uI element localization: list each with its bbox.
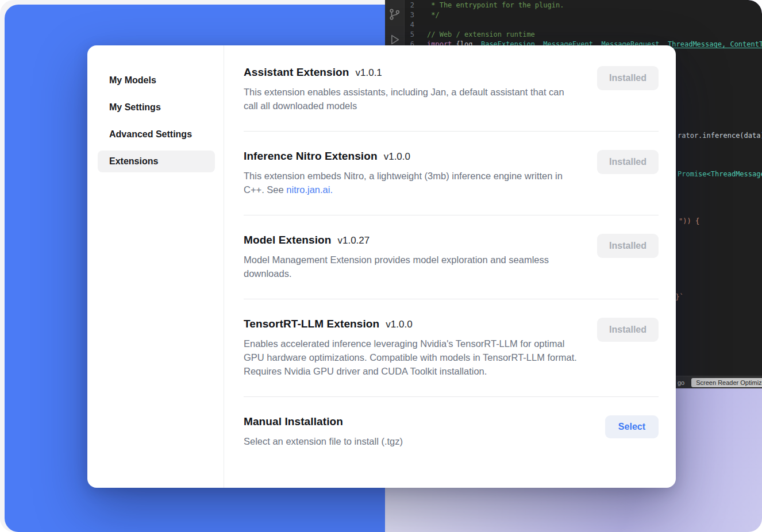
extension-info: Assistant Extension v1.0.1 This extensio… [244,66,580,113]
run-debug-icon[interactable] [388,33,401,46]
extension-description: Model Management Extension provides mode… [244,253,580,280]
extension-title: Assistant Extension [244,66,349,79]
extension-heading: Inference Nitro Extension v1.0.0 [244,150,580,163]
settings-modal: My Models My Settings Advanced Settings … [87,45,676,488]
installed-button: Installed [597,66,659,90]
manual-installation-title: Manual Installation [244,415,343,428]
line-number: 4 [405,20,427,30]
code-text: * The entrypoint for the plugin. [427,1,564,10]
extension-row-model: Model Extension v1.0.27 Model Management… [244,215,659,299]
extension-version: v1.0.0 [386,319,412,330]
code-fragment: Promise<ThreadMessage> [678,170,762,178]
extension-description: This extension embeds Nitro, a lightweig… [244,169,580,196]
source-control-icon[interactable] [388,8,401,21]
installed-button: Installed [597,234,659,258]
code-line: 5 // Web / extension runtime [405,30,762,40]
extensions-panel: Assistant Extension v1.0.1 This extensio… [224,45,676,488]
extension-version: v1.0.0 [384,151,410,163]
installed-button: Installed [597,318,659,342]
extension-info: TensortRT-LLM Extension v1.0.0 Enables a… [244,318,580,378]
extension-row-tensorrt: TensortRT-LLM Extension v1.0.0 Enables a… [244,299,659,396]
code-line: 3 */ [405,10,762,20]
code-line: 4 [405,20,762,30]
nitro-jan-ai-link[interactable]: nitro.jan.ai. [286,184,333,195]
code-fragment: rator.inference(data)); [678,132,762,140]
select-file-button[interactable]: Select [605,415,659,438]
extension-version: v1.0.27 [337,235,370,246]
sidebar-item-my-settings[interactable]: My Settings [98,97,215,118]
sidebar-item-advanced-settings[interactable]: Advanced Settings [98,124,215,145]
status-bar-item[interactable]: go [678,379,684,386]
extension-heading: Assistant Extension v1.0.1 [244,66,580,79]
code-fragment: ")) { [679,217,699,225]
sidebar-item-extensions[interactable]: Extensions [98,151,215,172]
extension-title: TensortRT-LLM Extension [244,318,379,330]
extension-info: Inference Nitro Extension v1.0.0 This ex… [244,150,580,196]
extension-heading: TensortRT-LLM Extension v1.0.0 [244,318,580,330]
code-line: 2 * The entrypoint for the plugin. [405,1,762,10]
manual-installation-info: Manual Installation Select an extension … [244,415,580,448]
extension-description: Enables accelerated inference leveraging… [244,337,580,378]
extension-title: Model Extension [244,234,331,246]
extension-row-nitro: Inference Nitro Extension v1.0.0 This ex… [244,131,659,215]
line-number: 2 [405,1,427,10]
code-text: // Web / extension runtime [427,30,535,40]
settings-sidebar: My Models My Settings Advanced Settings … [87,45,224,488]
screen-reader-badge[interactable]: Screen Reader Optimized [691,378,762,387]
extension-title: Inference Nitro Extension [244,150,378,163]
manual-installation-heading: Manual Installation [244,415,580,428]
manual-installation-row: Manual Installation Select an extension … [244,396,659,467]
extension-version: v1.0.1 [356,67,382,79]
extension-heading: Model Extension v1.0.27 [244,234,580,246]
code-text: */ [427,10,440,20]
extension-row-assistant: Assistant Extension v1.0.1 This extensio… [244,65,659,131]
sidebar-item-my-models[interactable]: My Models [98,70,215,91]
desktop-background: 2 * The entrypoint for the plugin. 3 */ … [0,0,762,532]
extension-info: Model Extension v1.0.27 Model Management… [244,234,580,280]
line-number: 3 [405,10,427,20]
extension-description: This extension enables assistants, inclu… [244,85,580,113]
manual-installation-description: Select an extension file to install (.tg… [244,434,580,448]
installed-button: Installed [597,150,659,174]
line-number: 5 [405,30,427,40]
